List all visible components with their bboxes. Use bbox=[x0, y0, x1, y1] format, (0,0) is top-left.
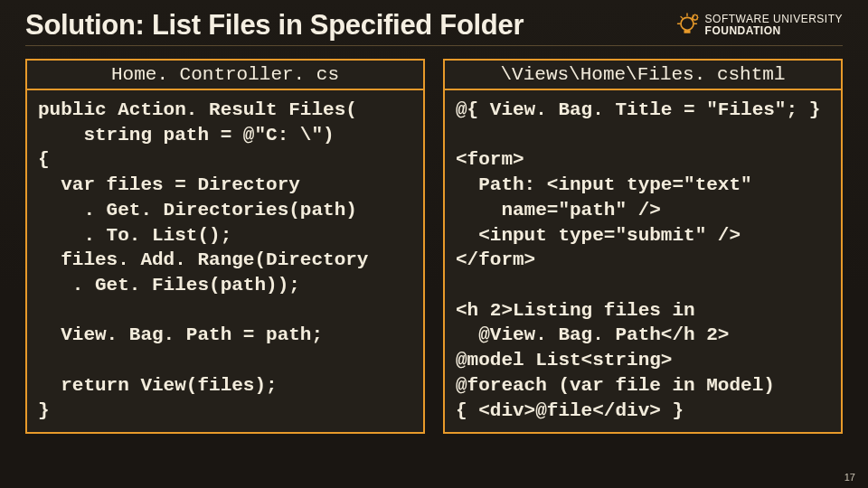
right-filename: \Views\Home\Files. cshtml bbox=[445, 61, 841, 90]
right-code: @{ View. Bag. Title = "Files"; } <form> … bbox=[445, 90, 841, 432]
brand-text: SOFTWARE UNIVERSITY FOUNDATION bbox=[705, 14, 843, 36]
page-number: 17 bbox=[844, 472, 855, 483]
lightbulb-gear-icon bbox=[675, 13, 700, 38]
page-title: Solution: List Files in Specified Folder bbox=[25, 9, 524, 42]
right-panel: \Views\Home\Files. cshtml @{ View. Bag. … bbox=[443, 59, 843, 434]
slide: Solution: List Files in Specified Folder… bbox=[0, 0, 868, 488]
left-panel: Home. Controller. cs public Action. Resu… bbox=[25, 59, 425, 434]
left-code: public Action. Result Files( string path… bbox=[27, 90, 423, 432]
header: Solution: List Files in Specified Folder… bbox=[25, 9, 843, 46]
brand-logo: SOFTWARE UNIVERSITY FOUNDATION bbox=[675, 13, 843, 38]
svg-point-0 bbox=[681, 17, 693, 30]
brand-line-2: FOUNDATION bbox=[705, 25, 843, 37]
left-filename: Home. Controller. cs bbox=[27, 61, 423, 90]
code-columns: Home. Controller. cs public Action. Resu… bbox=[25, 59, 843, 434]
